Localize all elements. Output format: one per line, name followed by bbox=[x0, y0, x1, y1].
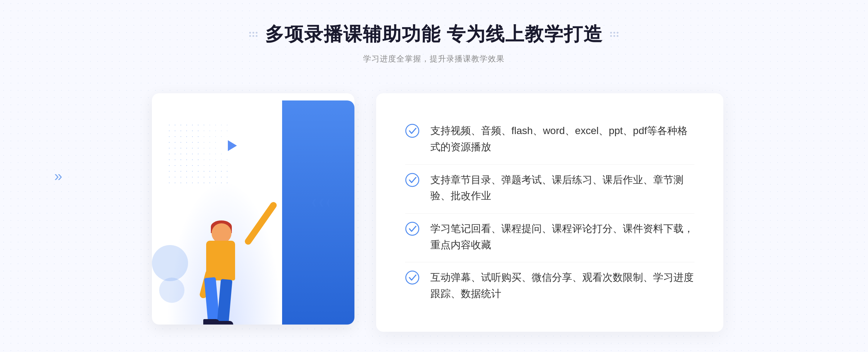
illustration-bg bbox=[152, 93, 354, 325]
feature-item-3: 学习笔记回看、课程提问、课程评论打分、课件资料下载，重点内容收藏 bbox=[405, 213, 694, 261]
person-pointing-arm bbox=[243, 201, 278, 246]
page-subtitle: 学习进度全掌握，提升录播课教学效果 bbox=[249, 53, 619, 64]
illustration-container bbox=[145, 86, 398, 339]
page-title: 多项录播课辅助功能 专为线上教学打造 bbox=[265, 22, 603, 47]
person-figure bbox=[181, 137, 282, 325]
feature-item-2: 支持章节目录、弹题考试、课后练习、课后作业、章节测验、批改作业 bbox=[405, 164, 694, 212]
svg-point-2 bbox=[406, 222, 419, 235]
feature-text-4: 互动弹幕、试听购买、微信分享、观看次数限制、学习进度跟踪、数据统计 bbox=[430, 270, 694, 302]
left-dots-decoration bbox=[249, 32, 258, 37]
feature-text-2: 支持章节目录、弹题考试、课后练习、课后作业、章节测验、批改作业 bbox=[430, 172, 694, 205]
right-dots-decoration bbox=[610, 32, 619, 37]
person-head bbox=[212, 223, 231, 243]
person-body bbox=[199, 223, 242, 303]
person-torso bbox=[206, 241, 235, 280]
page-container: » 多项录播课辅助功能 专为线上教学打造 学习进度全掌握，提升录播课教学效果 bbox=[0, 0, 868, 352]
check-icon-3 bbox=[405, 222, 420, 236]
check-icon-2 bbox=[405, 173, 420, 187]
svg-point-0 bbox=[406, 124, 419, 137]
header-section: 多项录播课辅助功能 专为线上教学打造 学习进度全掌握，提升录播课教学效果 bbox=[249, 22, 619, 64]
person-leg-right bbox=[217, 279, 232, 325]
feature-item-1: 支持视频、音频、flash、word、excel、ppt、pdf等各种格式的资源… bbox=[405, 116, 694, 163]
check-icon-4 bbox=[405, 270, 420, 285]
svg-point-1 bbox=[406, 173, 419, 186]
check-icon-1 bbox=[405, 124, 420, 138]
feature-item-4: 互动弹幕、试听购买、微信分享、观看次数限制、学习进度跟踪、数据统计 bbox=[405, 262, 694, 309]
svg-point-3 bbox=[406, 271, 419, 284]
person-shoe-right bbox=[217, 321, 233, 325]
content-section: 支持视频、音频、flash、word、excel、ppt、pdf等各种格式的资源… bbox=[145, 86, 723, 339]
feature-text-3: 学习笔记回看、课程提问、课程评论打分、课件资料下载，重点内容收藏 bbox=[430, 221, 694, 253]
stripes-decoration bbox=[307, 194, 329, 223]
title-row: 多项录播课辅助功能 专为线上教学打造 bbox=[249, 22, 619, 47]
feature-text-1: 支持视频、音频、flash、word、excel、ppt、pdf等各种格式的资源… bbox=[430, 123, 694, 155]
info-panel: 支持视频、音频、flash、word、excel、ppt、pdf等各种格式的资源… bbox=[376, 93, 723, 332]
left-chevrons-decoration: » bbox=[54, 168, 62, 184]
